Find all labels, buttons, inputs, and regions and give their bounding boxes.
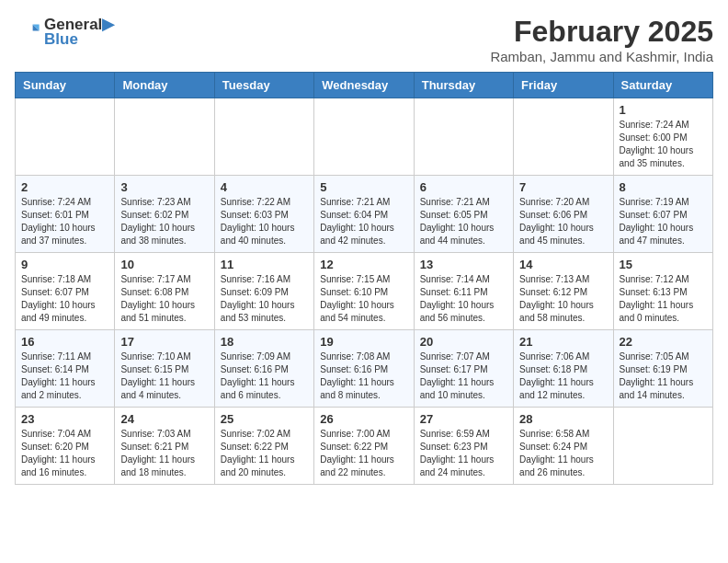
logo: General▶ Blue — [15, 15, 114, 49]
day-number: 20 — [420, 335, 507, 349]
day-info: Sunrise: 7:24 AM Sunset: 6:01 PM Dayligh… — [21, 196, 108, 247]
day-info: Sunrise: 7:21 AM Sunset: 6:04 PM Dayligh… — [320, 196, 407, 247]
day-info: Sunrise: 7:16 AM Sunset: 6:09 PM Dayligh… — [221, 273, 308, 325]
calendar-cell: 27Sunrise: 6:59 AM Sunset: 6:23 PM Dayli… — [414, 408, 513, 485]
calendar-cell: 10Sunrise: 7:17 AM Sunset: 6:08 PM Dayli… — [115, 253, 214, 330]
day-number: 24 — [120, 412, 208, 426]
calendar-table: SundayMondayTuesdayWednesdayThursdayFrid… — [15, 72, 713, 485]
day-number: 23 — [21, 412, 108, 426]
day-info: Sunrise: 7:04 AM Sunset: 6:20 PM Dayligh… — [21, 428, 108, 479]
day-number: 12 — [320, 258, 407, 271]
calendar-cell — [514, 98, 613, 176]
calendar-cell: 14Sunrise: 7:13 AM Sunset: 6:12 PM Dayli… — [514, 253, 613, 330]
page-header: General▶ Blue February 2025 Ramban, Jamm… — [15, 15, 713, 64]
calendar-cell: 7Sunrise: 7:20 AM Sunset: 6:06 PM Daylig… — [514, 176, 613, 253]
day-number: 13 — [420, 258, 507, 271]
calendar-cell: 25Sunrise: 7:02 AM Sunset: 6:22 PM Dayli… — [214, 408, 313, 485]
calendar-cell: 19Sunrise: 7:08 AM Sunset: 6:16 PM Dayli… — [314, 330, 414, 408]
day-number: 27 — [420, 412, 507, 426]
calendar-cell: 22Sunrise: 7:05 AM Sunset: 6:19 PM Dayli… — [613, 330, 712, 408]
calendar-cell: 9Sunrise: 7:18 AM Sunset: 6:07 PM Daylig… — [16, 253, 115, 330]
svg-rect-0 — [15, 19, 40, 45]
day-info: Sunrise: 7:19 AM Sunset: 6:07 PM Dayligh… — [620, 196, 707, 247]
day-info: Sunrise: 7:14 AM Sunset: 6:11 PM Dayligh… — [420, 273, 507, 325]
calendar-cell: 26Sunrise: 7:00 AM Sunset: 6:22 PM Dayli… — [314, 408, 414, 485]
title-block: February 2025 Ramban, Jammu and Kashmir,… — [490, 15, 713, 64]
day-number: 28 — [519, 412, 607, 426]
day-number: 2 — [21, 180, 108, 194]
day-info: Sunrise: 7:17 AM Sunset: 6:08 PM Dayligh… — [120, 273, 208, 325]
weekday-header-row: SundayMondayTuesdayWednesdayThursdayFrid… — [16, 73, 713, 98]
day-number: 19 — [320, 335, 407, 349]
day-number: 25 — [221, 412, 308, 426]
weekday-header-wednesday: Wednesday — [314, 73, 414, 98]
calendar-cell: 20Sunrise: 7:07 AM Sunset: 6:17 PM Dayli… — [414, 330, 513, 408]
day-number: 7 — [519, 180, 607, 194]
calendar-cell: 23Sunrise: 7:04 AM Sunset: 6:20 PM Dayli… — [16, 408, 115, 485]
calendar-cell: 12Sunrise: 7:15 AM Sunset: 6:10 PM Dayli… — [314, 253, 414, 330]
day-info: Sunrise: 7:13 AM Sunset: 6:12 PM Dayligh… — [519, 273, 607, 325]
day-info: Sunrise: 7:18 AM Sunset: 6:07 PM Dayligh… — [21, 273, 108, 325]
day-number: 1 — [620, 103, 707, 117]
calendar-cell — [314, 98, 414, 176]
calendar-cell: 17Sunrise: 7:10 AM Sunset: 6:15 PM Dayli… — [115, 330, 214, 408]
calendar-week-row: 9Sunrise: 7:18 AM Sunset: 6:07 PM Daylig… — [16, 253, 713, 330]
calendar-cell — [16, 98, 115, 176]
day-number: 6 — [420, 180, 507, 194]
logo-text: General▶ Blue — [44, 15, 114, 49]
weekday-header-friday: Friday — [514, 73, 613, 98]
day-number: 10 — [120, 258, 208, 271]
day-info: Sunrise: 7:02 AM Sunset: 6:22 PM Dayligh… — [221, 428, 308, 479]
weekday-header-saturday: Saturday — [613, 73, 712, 98]
calendar-cell: 18Sunrise: 7:09 AM Sunset: 6:16 PM Dayli… — [214, 330, 313, 408]
day-number: 22 — [620, 335, 707, 349]
calendar-week-row: 1Sunrise: 7:24 AM Sunset: 6:00 PM Daylig… — [16, 98, 713, 176]
day-info: Sunrise: 7:11 AM Sunset: 6:14 PM Dayligh… — [21, 350, 108, 402]
day-number: 3 — [120, 180, 208, 194]
calendar-cell — [613, 408, 712, 485]
calendar-cell: 1Sunrise: 7:24 AM Sunset: 6:00 PM Daylig… — [613, 98, 712, 176]
calendar-cell: 13Sunrise: 7:14 AM Sunset: 6:11 PM Dayli… — [414, 253, 513, 330]
day-number: 26 — [320, 412, 407, 426]
day-info: Sunrise: 7:22 AM Sunset: 6:03 PM Dayligh… — [221, 196, 308, 247]
calendar-week-row: 16Sunrise: 7:11 AM Sunset: 6:14 PM Dayli… — [16, 330, 713, 408]
calendar-cell — [414, 98, 513, 176]
calendar-cell: 16Sunrise: 7:11 AM Sunset: 6:14 PM Dayli… — [16, 330, 115, 408]
weekday-header-monday: Monday — [115, 73, 214, 98]
day-number: 11 — [221, 258, 308, 271]
day-number: 8 — [620, 180, 707, 194]
day-info: Sunrise: 6:59 AM Sunset: 6:23 PM Dayligh… — [420, 428, 507, 479]
calendar-cell: 2Sunrise: 7:24 AM Sunset: 6:01 PM Daylig… — [16, 176, 115, 253]
day-info: Sunrise: 6:58 AM Sunset: 6:24 PM Dayligh… — [519, 428, 607, 479]
calendar-cell: 6Sunrise: 7:21 AM Sunset: 6:05 PM Daylig… — [414, 176, 513, 253]
calendar-cell: 8Sunrise: 7:19 AM Sunset: 6:07 PM Daylig… — [613, 176, 712, 253]
day-number: 18 — [221, 335, 308, 349]
day-number: 17 — [120, 335, 208, 349]
day-number: 4 — [221, 180, 308, 194]
calendar-cell: 24Sunrise: 7:03 AM Sunset: 6:21 PM Dayli… — [115, 408, 214, 485]
day-info: Sunrise: 7:05 AM Sunset: 6:19 PM Dayligh… — [620, 350, 707, 402]
day-info: Sunrise: 7:23 AM Sunset: 6:02 PM Dayligh… — [120, 196, 208, 247]
day-info: Sunrise: 7:20 AM Sunset: 6:06 PM Dayligh… — [519, 196, 607, 247]
calendar-cell: 11Sunrise: 7:16 AM Sunset: 6:09 PM Dayli… — [214, 253, 313, 330]
weekday-header-sunday: Sunday — [16, 73, 115, 98]
day-info: Sunrise: 7:24 AM Sunset: 6:00 PM Dayligh… — [620, 119, 707, 170]
day-info: Sunrise: 7:21 AM Sunset: 6:05 PM Dayligh… — [420, 196, 507, 247]
calendar-cell: 5Sunrise: 7:21 AM Sunset: 6:04 PM Daylig… — [314, 176, 414, 253]
location-subtitle: Ramban, Jammu and Kashmir, India — [490, 49, 713, 64]
calendar-cell: 21Sunrise: 7:06 AM Sunset: 6:18 PM Dayli… — [514, 330, 613, 408]
day-info: Sunrise: 7:06 AM Sunset: 6:18 PM Dayligh… — [519, 350, 607, 402]
calendar-cell: 3Sunrise: 7:23 AM Sunset: 6:02 PM Daylig… — [115, 176, 214, 253]
day-info: Sunrise: 7:08 AM Sunset: 6:16 PM Dayligh… — [320, 350, 407, 402]
weekday-header-tuesday: Tuesday — [214, 73, 313, 98]
calendar-cell: 15Sunrise: 7:12 AM Sunset: 6:13 PM Dayli… — [613, 253, 712, 330]
day-info: Sunrise: 7:12 AM Sunset: 6:13 PM Dayligh… — [620, 273, 707, 325]
day-info: Sunrise: 7:03 AM Sunset: 6:21 PM Dayligh… — [120, 428, 208, 479]
day-number: 9 — [21, 258, 108, 271]
weekday-header-thursday: Thursday — [414, 73, 513, 98]
calendar-week-row: 23Sunrise: 7:04 AM Sunset: 6:20 PM Dayli… — [16, 408, 713, 485]
day-number: 5 — [320, 180, 407, 194]
calendar-cell: 4Sunrise: 7:22 AM Sunset: 6:03 PM Daylig… — [214, 176, 313, 253]
day-number: 21 — [519, 335, 607, 349]
day-info: Sunrise: 7:15 AM Sunset: 6:10 PM Dayligh… — [320, 273, 407, 325]
